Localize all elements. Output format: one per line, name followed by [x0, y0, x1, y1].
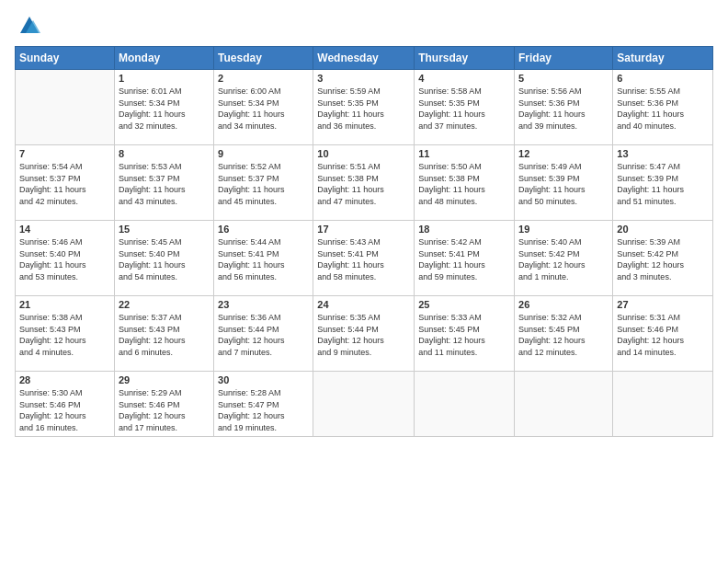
day-info: Sunrise: 5:29 AM Sunset: 5:46 PM Dayligh… [119, 387, 210, 433]
day-number: 15 [119, 224, 210, 235]
calendar-cell: 4Sunrise: 5:58 AM Sunset: 5:35 PM Daylig… [415, 70, 515, 145]
day-info: Sunrise: 5:44 AM Sunset: 5:41 PM Dayligh… [218, 236, 309, 282]
day-info: Sunrise: 5:38 AM Sunset: 5:43 PM Dayligh… [19, 312, 110, 358]
header [15, 11, 713, 39]
day-number: 22 [119, 299, 210, 310]
calendar-cell: 23Sunrise: 5:36 AM Sunset: 5:44 PM Dayli… [214, 296, 313, 372]
calendar-cell: 28Sunrise: 5:30 AM Sunset: 5:46 PM Dayli… [16, 372, 115, 437]
day-info: Sunrise: 5:39 AM Sunset: 5:42 PM Dayligh… [617, 236, 709, 282]
day-info: Sunrise: 5:40 AM Sunset: 5:42 PM Dayligh… [518, 236, 609, 282]
day-number: 9 [218, 148, 309, 159]
day-number: 21 [19, 299, 110, 310]
day-number: 11 [418, 148, 510, 159]
day-number: 24 [317, 299, 410, 310]
calendar-cell [313, 372, 415, 437]
day-number: 12 [518, 148, 609, 159]
calendar-cell: 18Sunrise: 5:42 AM Sunset: 5:41 PM Dayli… [415, 221, 515, 296]
calendar-cell [613, 372, 713, 437]
calendar-cell: 24Sunrise: 5:35 AM Sunset: 5:44 PM Dayli… [313, 296, 415, 372]
calendar: SundayMondayTuesdayWednesdayThursdayFrid… [15, 46, 713, 437]
logo-icon [17, 13, 42, 39]
calendar-cell: 27Sunrise: 5:31 AM Sunset: 5:46 PM Dayli… [613, 296, 713, 372]
day-info: Sunrise: 5:32 AM Sunset: 5:45 PM Dayligh… [518, 312, 609, 358]
calendar-cell [16, 70, 115, 145]
day-info: Sunrise: 5:56 AM Sunset: 5:36 PM Dayligh… [518, 86, 609, 132]
calendar-cell: 26Sunrise: 5:32 AM Sunset: 5:45 PM Dayli… [515, 296, 613, 372]
col-header-saturday: Saturday [613, 47, 713, 70]
day-info: Sunrise: 5:51 AM Sunset: 5:38 PM Dayligh… [317, 161, 410, 207]
day-info: Sunrise: 5:54 AM Sunset: 5:37 PM Dayligh… [19, 161, 110, 207]
day-info: Sunrise: 5:47 AM Sunset: 5:39 PM Dayligh… [617, 161, 709, 207]
calendar-cell: 10Sunrise: 5:51 AM Sunset: 5:38 PM Dayli… [313, 145, 415, 221]
calendar-cell: 14Sunrise: 5:46 AM Sunset: 5:40 PM Dayli… [16, 221, 115, 296]
day-number: 20 [617, 224, 709, 235]
col-header-thursday: Thursday [415, 47, 515, 70]
day-number: 17 [317, 224, 410, 235]
calendar-cell: 19Sunrise: 5:40 AM Sunset: 5:42 PM Dayli… [515, 221, 613, 296]
day-number: 30 [218, 374, 309, 385]
day-info: Sunrise: 5:43 AM Sunset: 5:41 PM Dayligh… [317, 236, 410, 282]
calendar-cell: 5Sunrise: 5:56 AM Sunset: 5:36 PM Daylig… [515, 70, 613, 145]
calendar-cell: 7Sunrise: 5:54 AM Sunset: 5:37 PM Daylig… [16, 145, 115, 221]
calendar-cell: 17Sunrise: 5:43 AM Sunset: 5:41 PM Dayli… [313, 221, 415, 296]
day-number: 6 [617, 73, 709, 84]
calendar-cell: 11Sunrise: 5:50 AM Sunset: 5:38 PM Dayli… [415, 145, 515, 221]
calendar-cell: 20Sunrise: 5:39 AM Sunset: 5:42 PM Dayli… [613, 221, 713, 296]
calendar-cell [515, 372, 613, 437]
day-info: Sunrise: 5:36 AM Sunset: 5:44 PM Dayligh… [218, 312, 309, 358]
col-header-wednesday: Wednesday [313, 47, 415, 70]
calendar-week-row: 14Sunrise: 5:46 AM Sunset: 5:40 PM Dayli… [16, 221, 713, 296]
calendar-cell: 21Sunrise: 5:38 AM Sunset: 5:43 PM Dayli… [16, 296, 115, 372]
day-info: Sunrise: 5:42 AM Sunset: 5:41 PM Dayligh… [418, 236, 510, 282]
col-header-friday: Friday [515, 47, 613, 70]
day-info: Sunrise: 5:50 AM Sunset: 5:38 PM Dayligh… [418, 161, 510, 207]
day-info: Sunrise: 5:30 AM Sunset: 5:46 PM Dayligh… [19, 387, 110, 433]
day-info: Sunrise: 5:49 AM Sunset: 5:39 PM Dayligh… [518, 161, 609, 207]
day-number: 1 [119, 73, 210, 84]
calendar-week-row: 7Sunrise: 5:54 AM Sunset: 5:37 PM Daylig… [16, 145, 713, 221]
day-info: Sunrise: 5:58 AM Sunset: 5:35 PM Dayligh… [418, 86, 510, 132]
day-number: 5 [518, 73, 609, 84]
calendar-cell [415, 372, 515, 437]
day-info: Sunrise: 5:55 AM Sunset: 5:36 PM Dayligh… [617, 86, 709, 132]
calendar-cell: 25Sunrise: 5:33 AM Sunset: 5:45 PM Dayli… [415, 296, 515, 372]
calendar-cell: 6Sunrise: 5:55 AM Sunset: 5:36 PM Daylig… [613, 70, 713, 145]
day-number: 8 [119, 148, 210, 159]
day-number: 14 [19, 224, 110, 235]
day-info: Sunrise: 5:53 AM Sunset: 5:37 PM Dayligh… [119, 161, 210, 207]
day-number: 16 [218, 224, 309, 235]
day-number: 7 [19, 148, 110, 159]
day-number: 29 [119, 374, 210, 385]
day-number: 25 [418, 299, 510, 310]
calendar-cell: 1Sunrise: 6:01 AM Sunset: 5:34 PM Daylig… [114, 70, 213, 145]
calendar-cell: 3Sunrise: 5:59 AM Sunset: 5:35 PM Daylig… [313, 70, 415, 145]
calendar-cell: 30Sunrise: 5:28 AM Sunset: 5:47 PM Dayli… [214, 372, 313, 437]
calendar-week-row: 28Sunrise: 5:30 AM Sunset: 5:46 PM Dayli… [16, 372, 713, 437]
calendar-cell: 16Sunrise: 5:44 AM Sunset: 5:41 PM Dayli… [214, 221, 313, 296]
day-info: Sunrise: 6:00 AM Sunset: 5:34 PM Dayligh… [218, 86, 309, 132]
day-info: Sunrise: 5:59 AM Sunset: 5:35 PM Dayligh… [317, 86, 410, 132]
calendar-cell: 29Sunrise: 5:29 AM Sunset: 5:46 PM Dayli… [114, 372, 213, 437]
day-info: Sunrise: 5:35 AM Sunset: 5:44 PM Dayligh… [317, 312, 410, 358]
day-number: 23 [218, 299, 309, 310]
day-number: 3 [317, 73, 410, 84]
day-info: Sunrise: 6:01 AM Sunset: 5:34 PM Dayligh… [119, 86, 210, 132]
page: SundayMondayTuesdayWednesdayThursdayFrid… [0, 0, 728, 563]
calendar-week-row: 21Sunrise: 5:38 AM Sunset: 5:43 PM Dayli… [16, 296, 713, 372]
calendar-week-row: 1Sunrise: 6:01 AM Sunset: 5:34 PM Daylig… [16, 70, 713, 145]
day-number: 26 [518, 299, 609, 310]
calendar-cell: 8Sunrise: 5:53 AM Sunset: 5:37 PM Daylig… [114, 145, 213, 221]
calendar-cell: 22Sunrise: 5:37 AM Sunset: 5:43 PM Dayli… [114, 296, 213, 372]
day-number: 10 [317, 148, 410, 159]
day-info: Sunrise: 5:52 AM Sunset: 5:37 PM Dayligh… [218, 161, 309, 207]
day-number: 4 [418, 73, 510, 84]
day-number: 13 [617, 148, 709, 159]
col-header-tuesday: Tuesday [214, 47, 313, 70]
day-info: Sunrise: 5:45 AM Sunset: 5:40 PM Dayligh… [119, 236, 210, 282]
day-info: Sunrise: 5:33 AM Sunset: 5:45 PM Dayligh… [418, 312, 510, 358]
calendar-cell: 2Sunrise: 6:00 AM Sunset: 5:34 PM Daylig… [214, 70, 313, 145]
day-number: 27 [617, 299, 709, 310]
day-number: 18 [418, 224, 510, 235]
col-header-sunday: Sunday [16, 47, 115, 70]
day-info: Sunrise: 5:46 AM Sunset: 5:40 PM Dayligh… [19, 236, 110, 282]
